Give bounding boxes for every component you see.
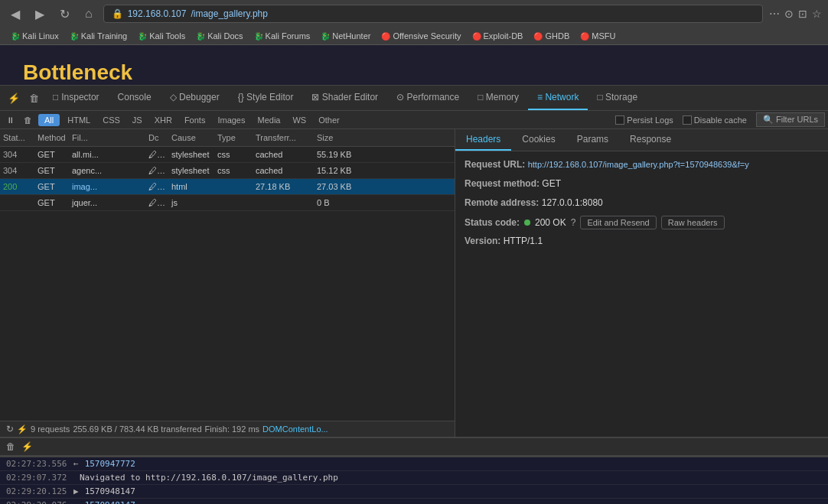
tab-network[interactable]: ≡ Network (528, 86, 588, 110)
disable-cache-checkbox (683, 115, 692, 125)
home-button[interactable]: ⌂ (80, 5, 97, 22)
req-type: css (214, 164, 253, 177)
devtools-trash[interactable]: 🗑 (24, 93, 44, 104)
persist-logs-label: Persist Logs (627, 115, 673, 125)
refresh-button[interactable]: ↻ (55, 5, 74, 23)
bookmark-kali-forums[interactable]: 🐉Kali Forums (249, 30, 315, 42)
toolbar-pause[interactable]: ⏸ (3, 114, 18, 126)
persist-logs-toggle[interactable]: Persist Logs (615, 115, 673, 125)
req-size: 15.12 KB (314, 164, 367, 177)
filter-all-btn[interactable]: All (38, 114, 60, 126)
pocket-button[interactable]: ⊙ (784, 8, 794, 20)
console-trash-icon[interactable]: 🗑 (6, 441, 15, 452)
tab-headers[interactable]: Headers (455, 129, 511, 151)
filter-xhr[interactable]: XHR (150, 114, 177, 126)
bookmark-msfu[interactable]: 🔴MSFU (575, 30, 620, 42)
list-item: 02:29:20.125 ▶ 1570948147 (0, 485, 828, 499)
page-content: Bottleneck (0, 45, 828, 85)
req-status: 304 (0, 164, 34, 177)
col-dc: Dc (145, 132, 168, 144)
log-text: Navigated to http://192.168.0.107/image_… (80, 473, 338, 483)
tab-params[interactable]: Params (566, 129, 619, 151)
filter-fonts[interactable]: Fonts (180, 114, 210, 126)
filter-ws[interactable]: WS (288, 114, 311, 126)
bookmark-exploit-db[interactable]: 🔴Exploit-DB (468, 30, 528, 42)
req-transfer: cached (253, 164, 314, 177)
star-button[interactable]: ☆ (812, 8, 822, 20)
profile-button[interactable]: ⊡ (798, 8, 807, 20)
nav-actions: ⋯ ⊙ ⊡ ☆ (769, 8, 822, 20)
tab-console[interactable]: Console (109, 86, 161, 110)
tab-shader-editor[interactable]: ⊠ Shader Editor (302, 86, 387, 110)
disable-cache-toggle[interactable]: Disable cache (683, 115, 747, 125)
col-file: Fil... (69, 132, 145, 144)
bookmark-kali-training[interactable]: 🐉Kali Training (65, 30, 132, 42)
filter-other[interactable]: Other (314, 114, 344, 126)
col-type: Type (214, 132, 253, 144)
bookmarks-bar: 🐉Kali Linux 🐉Kali Training 🐉Kali Tools 🐉… (0, 28, 828, 45)
lock-icon: 🔒 (112, 8, 123, 19)
table-row[interactable]: 304 GET all.mi... 🖊 19... stylesheet css… (0, 147, 455, 163)
log-time: 02:29:07.372 (6, 473, 67, 483)
req-method: GET (34, 197, 69, 209)
help-icon[interactable]: ? (571, 217, 576, 228)
req-file: all.mi... (69, 148, 145, 161)
tab-style-editor[interactable]: {} Style Editor (229, 86, 303, 110)
bookmark-offensive-security[interactable]: 🔴Offensive Security (377, 30, 465, 42)
table-row[interactable]: 200 GET imag... 🖊 19..img html 27.18 KB … (0, 179, 455, 195)
forward-button[interactable]: ▶ (31, 5, 49, 23)
log-text[interactable]: 1570948147 (85, 500, 135, 504)
req-status (0, 197, 34, 209)
tab-response[interactable]: Response (619, 129, 682, 151)
filter-js[interactable]: JS (128, 114, 147, 126)
network-main-panel: Stat... Method Fil... Dc Cause Type Tran… (0, 129, 828, 437)
filter-css[interactable]: CSS (98, 114, 125, 126)
bookmark-kali-docs[interactable]: 🐉Kali Docs (191, 30, 247, 42)
log-text[interactable]: 1570947772 (85, 459, 135, 469)
filter-images[interactable]: Images (213, 114, 249, 126)
devtools-toggle[interactable]: ⚡ (3, 93, 24, 104)
back-button[interactable]: ◀ (6, 5, 24, 23)
finish-time: Finish: 192 ms (205, 424, 260, 434)
request-url-label: Request URL: (465, 159, 525, 170)
col-cause: Cause (168, 132, 214, 144)
version-value: HTTP/1.1 (504, 236, 543, 246)
bookmark-kali-tools[interactable]: 🐉Kali Tools (133, 30, 190, 42)
req-type (214, 180, 253, 193)
remote-address-label: Remote address: (465, 197, 539, 208)
details-content: Request URL: http://192.168.0.107/image_… (455, 151, 828, 437)
toolbar-clear[interactable]: 🗑 (21, 114, 35, 126)
nav-bar: ◀ ▶ ↻ ⌂ 🔒 192.168.0.107/image_gallery.ph… (0, 0, 828, 28)
bookmark-ghdb[interactable]: 🔴GHDB (529, 30, 574, 42)
tab-debugger[interactable]: ◇ Debugger (161, 86, 229, 110)
filter-url-button[interactable]: 🔍 Filter URLs (756, 112, 825, 127)
filter-icon[interactable]: ⚡ (17, 424, 28, 434)
console-filter-icon[interactable]: ⚡ (21, 441, 33, 452)
col-size: Size (314, 132, 367, 144)
filter-media[interactable]: Media (253, 114, 285, 126)
tab-performance[interactable]: ⊙ Performance (387, 86, 468, 110)
filter-html[interactable]: HTML (63, 114, 95, 126)
reload-icon[interactable]: ↻ (6, 424, 14, 434)
tab-cookies[interactable]: Cookies (511, 129, 566, 151)
tab-storage[interactable]: □ Storage (588, 86, 647, 110)
raw-headers-button[interactable]: Raw headers (661, 216, 725, 229)
log-time: 02:27:23.556 (6, 459, 67, 469)
log-time: 02:29:20.076 (6, 500, 67, 504)
req-type: css (214, 148, 253, 161)
table-row[interactable]: GET jquer... 🖊 19... js 0 B (0, 195, 455, 211)
address-bar[interactable]: 🔒 192.168.0.107/image_gallery.php (103, 5, 763, 23)
bookmark-kali-linux[interactable]: 🐉Kali Linux (6, 30, 64, 42)
network-status-bar: ↻ ⚡ 9 requests 255.69 KB / 783.44 KB tra… (0, 421, 455, 437)
menu-button[interactable]: ⋯ (769, 8, 780, 20)
tab-inspector[interactable]: □ Inspector (44, 86, 109, 110)
table-row[interactable]: 304 GET agenc... 🖊 19... stylesheet css … (0, 163, 455, 179)
request-url-row: Request URL: http://192.168.0.107/image_… (465, 158, 819, 172)
address-host: 192.168.0.107 (128, 8, 187, 19)
tab-memory[interactable]: □ Memory (468, 86, 528, 110)
bookmark-nethunter[interactable]: 🐉NetHunter (316, 30, 375, 42)
req-transfer: cached (253, 148, 314, 161)
list-item: 02:29:20.076 ← 1570948147 (0, 499, 828, 504)
console-toolbar: 🗑 ⚡ (0, 438, 828, 456)
edit-resend-button[interactable]: Edit and Resend (580, 216, 656, 229)
